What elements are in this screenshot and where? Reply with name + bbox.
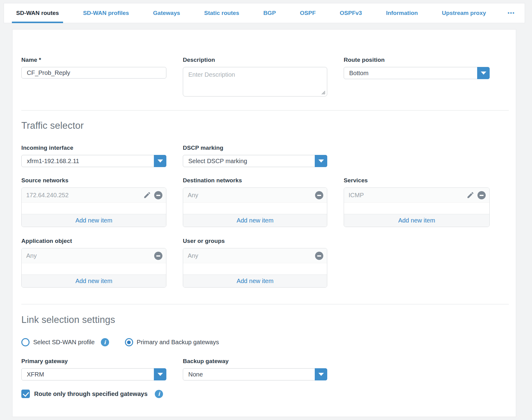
name-label: Name * bbox=[21, 57, 166, 63]
source-networks-add-button[interactable]: Add new item bbox=[22, 214, 166, 227]
source-networks-group: Source networks 172.64.240.252 Add new i… bbox=[21, 177, 166, 227]
source-network-value: 172.64.240.252 bbox=[26, 192, 69, 199]
traffic-selector-heading: Traffic selector bbox=[21, 120, 509, 131]
edit-icon[interactable] bbox=[466, 191, 474, 199]
backup-gateway-field-group: Backup gateway None bbox=[183, 358, 327, 380]
remove-item-icon[interactable] bbox=[154, 252, 162, 260]
tab-bgp[interactable]: BGP bbox=[259, 3, 280, 23]
backup-gateway-value: None bbox=[188, 371, 203, 378]
list-item: Any bbox=[22, 248, 166, 263]
backup-gateway-select[interactable]: None bbox=[183, 368, 327, 380]
name-field-group: Name * bbox=[21, 57, 166, 96]
user-or-groups-add-button[interactable]: Add new item bbox=[183, 275, 327, 287]
description-textarea[interactable] bbox=[183, 67, 327, 96]
tab-information[interactable]: Information bbox=[382, 3, 422, 23]
dscp-marking-value: Select DSCP marking bbox=[188, 158, 247, 165]
dscp-marking-select[interactable]: Select DSCP marking bbox=[183, 155, 327, 167]
user-or-groups-group: User or groups Any Add new item bbox=[183, 238, 327, 288]
remove-item-icon[interactable] bbox=[315, 252, 323, 260]
chevron-down-icon[interactable] bbox=[315, 155, 327, 167]
tab-ospfv3[interactable]: OSPFv3 bbox=[335, 3, 366, 23]
primary-gateway-field-group: Primary gateway XFRM bbox=[21, 358, 166, 380]
info-icon[interactable]: i bbox=[155, 390, 163, 398]
sdwan-route-form-panel: Name * Description Route position Bottom bbox=[12, 29, 516, 417]
route-position-value: Bottom bbox=[349, 70, 368, 77]
list-empty-area bbox=[344, 203, 489, 214]
incoming-interface-value: xfrm1-192.168.2.11 bbox=[27, 158, 79, 165]
chevron-down-icon[interactable] bbox=[154, 155, 166, 167]
application-object-list: Any Add new item bbox=[21, 248, 166, 288]
user-or-groups-list: Any Add new item bbox=[183, 248, 327, 288]
tab-upstream-proxy[interactable]: Upstream proxy bbox=[438, 3, 490, 23]
destination-networks-label: Destination networks bbox=[183, 177, 327, 184]
description-label: Description bbox=[183, 57, 327, 63]
user-or-groups-value: Any bbox=[188, 252, 198, 259]
destination-networks-list: Any Add new item bbox=[183, 187, 327, 227]
tab-static-routes[interactable]: Static routes bbox=[200, 3, 243, 23]
incoming-interface-field-group: Incoming interface xfrm1-192.168.2.11 bbox=[21, 145, 166, 167]
primary-gateway-label: Primary gateway bbox=[21, 358, 166, 365]
dscp-marking-label: DSCP marking bbox=[183, 145, 327, 151]
edit-icon[interactable] bbox=[143, 191, 151, 199]
remove-item-icon[interactable] bbox=[315, 191, 323, 199]
services-group: Services ICMP Add new item bbox=[344, 177, 490, 227]
tab-sdwan-routes[interactable]: SD-WAN routes bbox=[12, 3, 63, 23]
list-empty-area bbox=[183, 263, 327, 275]
dscp-marking-field-group: DSCP marking Select DSCP marking bbox=[183, 145, 327, 167]
route-position-label: Route position bbox=[344, 57, 490, 63]
application-object-value: Any bbox=[26, 252, 37, 259]
chevron-down-icon[interactable] bbox=[154, 368, 166, 380]
tab-ospf[interactable]: OSPF bbox=[296, 3, 320, 23]
chevron-down-icon[interactable] bbox=[315, 368, 327, 380]
section-divider bbox=[21, 110, 509, 110]
select-sdwan-profile-radio[interactable] bbox=[21, 338, 30, 346]
route-only-gateways-label: Route only through specified gateways bbox=[34, 390, 147, 397]
route-position-field-group: Route position Bottom bbox=[344, 57, 490, 96]
primary-gateway-value: XFRM bbox=[27, 371, 44, 378]
application-object-label: Application object bbox=[21, 238, 166, 244]
backup-gateway-label: Backup gateway bbox=[183, 358, 327, 365]
services-list: ICMP Add new item bbox=[344, 187, 490, 227]
incoming-interface-label: Incoming interface bbox=[21, 145, 166, 151]
info-icon[interactable]: i bbox=[101, 338, 109, 346]
primary-backup-gateways-label: Primary and Backup gateways bbox=[137, 339, 219, 346]
link-selection-heading: Link selection settings bbox=[21, 314, 509, 325]
list-item: Any bbox=[183, 188, 327, 203]
destination-network-value: Any bbox=[188, 192, 198, 199]
remove-item-icon[interactable] bbox=[477, 191, 486, 199]
tab-sdwan-profiles[interactable]: SD-WAN profiles bbox=[79, 3, 133, 23]
service-value: ICMP bbox=[349, 192, 364, 199]
more-tabs-icon[interactable]: ••• bbox=[506, 3, 517, 23]
application-object-group: Application object Any Add new item bbox=[21, 238, 166, 288]
source-networks-label: Source networks bbox=[21, 177, 166, 184]
list-item: ICMP bbox=[344, 188, 489, 203]
list-item: Any bbox=[183, 248, 327, 263]
remove-item-icon[interactable] bbox=[154, 191, 162, 199]
services-add-button[interactable]: Add new item bbox=[344, 214, 489, 227]
list-empty-area bbox=[22, 203, 166, 214]
section-divider bbox=[21, 304, 509, 304]
source-networks-list: 172.64.240.252 Add new item bbox=[21, 187, 166, 227]
route-only-gateways-checkbox[interactable] bbox=[21, 390, 30, 398]
description-field-group: Description bbox=[183, 57, 327, 96]
primary-backup-gateways-radio[interactable] bbox=[125, 338, 133, 346]
list-empty-area bbox=[22, 263, 166, 275]
name-input[interactable] bbox=[21, 67, 166, 79]
list-empty-area bbox=[183, 203, 327, 214]
application-object-add-button[interactable]: Add new item bbox=[22, 275, 166, 287]
primary-gateway-select[interactable]: XFRM bbox=[21, 368, 166, 380]
incoming-interface-select[interactable]: xfrm1-192.168.2.11 bbox=[21, 155, 166, 167]
select-sdwan-profile-label: Select SD-WAN profile bbox=[33, 339, 95, 346]
destination-networks-group: Destination networks Any Add new item bbox=[183, 177, 327, 227]
textarea-resize-handle-icon[interactable] bbox=[321, 90, 325, 95]
services-label: Services bbox=[344, 177, 490, 184]
destination-networks-add-button[interactable]: Add new item bbox=[183, 214, 327, 227]
user-or-groups-label: User or groups bbox=[183, 238, 327, 244]
route-position-select[interactable]: Bottom bbox=[344, 67, 490, 79]
chevron-down-icon[interactable] bbox=[477, 67, 490, 79]
list-item: 172.64.240.252 bbox=[22, 188, 166, 203]
tab-gateways[interactable]: Gateways bbox=[149, 3, 184, 23]
route-tabs-bar: SD-WAN routes SD-WAN profiles Gateways S… bbox=[4, 3, 525, 23]
